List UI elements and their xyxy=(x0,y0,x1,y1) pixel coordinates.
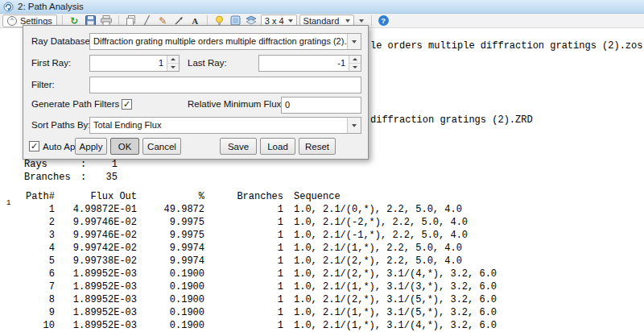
cell-branches: 1 xyxy=(204,293,283,306)
separator xyxy=(371,15,372,26)
generate-path-filters-checkbox[interactable]: ✓ xyxy=(122,99,132,110)
ray-database-dropdown[interactable]: Diffraction grating multiple orders mult… xyxy=(89,33,361,50)
sort-paths-by-value: Total Ending Flux xyxy=(90,118,347,133)
first-ray-label: First Ray: xyxy=(31,55,71,72)
cell-sequence: 1.0, 2.1/(1,*), 3.1/(4,*), 3.2, 6.0 xyxy=(294,319,497,332)
table-header-row: Path# Flux Out % Branches Sequence xyxy=(24,190,497,203)
spin-down-icon[interactable] xyxy=(349,64,361,71)
grid-size-label: 3 x 4 xyxy=(265,16,284,26)
cell-path: 6 xyxy=(24,268,55,280)
window-icon xyxy=(3,2,14,12)
last-ray-spinner[interactable]: -1 xyxy=(258,55,361,72)
table-row: 7 1.89952E-03 0.1900 1 1.0, 2.1/(1,*), 3… xyxy=(24,280,497,293)
cell-flux-out: 4.99872E-01 xyxy=(55,203,137,216)
stat-rays: Rays : 1 xyxy=(24,158,118,171)
settings-panel: Ray Database: Diffraction grating multip… xyxy=(23,25,369,160)
cell-branches: 1 xyxy=(204,319,283,332)
auto-apply-checkbox[interactable]: ✓ xyxy=(29,141,39,151)
table-row: 2 9.99746E-02 9.9975 1 1.0, 2.1/(-2,*), … xyxy=(24,216,497,229)
first-ray-spinner[interactable]: 1 xyxy=(89,55,180,72)
stat-value: 1 xyxy=(92,158,118,171)
cell-percent: 0.1900 xyxy=(137,319,204,332)
cell-flux-out: 1.89952E-03 xyxy=(55,293,137,306)
cell-path: 5 xyxy=(24,255,55,268)
stat-colon: : xyxy=(80,171,92,184)
chevron-down-icon xyxy=(288,19,293,23)
last-ray-value: -1 xyxy=(259,56,349,71)
chevron-down-icon[interactable] xyxy=(347,34,361,49)
relative-min-flux-input[interactable]: 0 xyxy=(281,97,361,114)
cell-sequence: 1.0, 2.1/(1,*), 2.2, 5.0, 4.0 xyxy=(294,242,462,255)
table-row: 10 1.89952E-03 0.1900 1 1.0, 2.1/(1,*), … xyxy=(24,319,497,332)
cell-sequence: 1.0, 2.1/(2,*), 2.2, 5.0, 4.0 xyxy=(294,255,462,268)
help-icon: ? xyxy=(378,15,389,26)
settings-label: Settings xyxy=(20,16,52,26)
cell-flux-out: 1.89952E-03 xyxy=(55,280,137,293)
load-button[interactable]: Load xyxy=(260,138,295,155)
cancel-button[interactable]: Cancel xyxy=(142,138,181,155)
cell-percent: 9.9975 xyxy=(137,216,204,229)
cell-percent: 0.1900 xyxy=(137,280,204,293)
cell-path: 3 xyxy=(24,229,55,242)
filter-input[interactable] xyxy=(89,77,361,93)
table-row: 5 9.99738E-02 9.9974 1 1.0, 2.1/(2,*), 2… xyxy=(24,255,497,268)
table-row: 9 1.89952E-03 0.1900 1 1.0, 2.1/(1,*), 3… xyxy=(24,306,497,319)
window-title: 2: Path Analysis xyxy=(18,2,84,11)
spin-down-icon[interactable] xyxy=(167,64,179,71)
relative-min-flux-label: Relative Minimum Flux: xyxy=(188,97,284,112)
chevron-down-icon[interactable] xyxy=(347,118,361,133)
chevron-down-icon xyxy=(359,19,364,23)
cell-path: 10 xyxy=(24,319,55,332)
first-ray-value: 1 xyxy=(90,56,167,71)
page-marker: 1 xyxy=(6,199,10,207)
cell-flux-out: 1.89952E-03 xyxy=(55,268,137,280)
chevron-down-icon xyxy=(345,19,350,23)
save-button[interactable]: Save xyxy=(220,138,257,155)
cell-flux-out: 9.99742E-02 xyxy=(55,242,137,255)
spin-up-icon[interactable] xyxy=(167,56,179,64)
cell-branches: 1 xyxy=(204,229,283,242)
stat-value: 35 xyxy=(92,171,118,184)
cell-sequence: 1.0, 2.1/(0,*), 2.2, 5.0, 4.0 xyxy=(294,203,462,216)
cell-sequence: 1.0, 2.1/(2,*), 3.1/(5,*), 3.2, 6.0 xyxy=(294,293,497,306)
filter-value xyxy=(90,77,361,93)
spin-up-icon[interactable] xyxy=(349,56,361,64)
cell-percent: 0.1900 xyxy=(137,306,204,319)
spinner-buttons[interactable] xyxy=(167,56,179,71)
generate-path-filters-label: Generate Path Filters xyxy=(31,97,119,112)
line-icon: ╱ xyxy=(144,16,150,26)
last-ray-label: Last Ray: xyxy=(188,55,227,72)
cell-path: 9 xyxy=(24,306,55,319)
table-row: 6 1.89952E-03 0.1900 1 1.0, 2.1/(2,*), 3… xyxy=(24,268,497,280)
cell-sequence: 1.0, 2.1/(-1,*), 2.2, 5.0, 4.0 xyxy=(294,229,468,242)
cell-flux-out: 1.89952E-03 xyxy=(55,319,137,332)
stat-branches: Branches : 35 xyxy=(24,171,118,184)
stat-colon: : xyxy=(80,158,92,171)
help-button[interactable]: ? xyxy=(377,15,390,27)
cell-percent: 9.9974 xyxy=(137,242,204,255)
spinner-buttons[interactable] xyxy=(349,56,361,71)
cell-branches: 1 xyxy=(204,203,283,216)
cell-sequence: 1.0, 2.1/(1,*), 3.1/(5,*), 3.2, 6.0 xyxy=(294,306,497,319)
reset-button[interactable]: Reset xyxy=(299,138,336,155)
ray-database-value: Diffraction grating multiple orders mult… xyxy=(90,34,347,49)
table-row: 3 9.99746E-02 9.9975 1 1.0, 2.1/(-1,*), … xyxy=(24,229,497,242)
pencil-icon: ✎ xyxy=(159,16,167,26)
stat-label: Rays xyxy=(24,158,80,171)
check-icon: ✓ xyxy=(123,100,130,109)
title-bar[interactable]: 2: Path Analysis xyxy=(0,0,644,14)
cell-path: 7 xyxy=(24,280,55,293)
cell-flux-out: 9.99738E-02 xyxy=(55,255,137,268)
column-header-sequence: Sequence xyxy=(294,190,341,203)
column-header-flux-out: Flux Out xyxy=(55,190,137,203)
column-header-branches: Branches xyxy=(204,190,283,203)
cell-percent: 0.1900 xyxy=(137,293,204,306)
apply-button[interactable]: Apply xyxy=(75,138,107,155)
ok-button[interactable]: OK xyxy=(110,138,139,155)
cell-flux-out: 9.99746E-02 xyxy=(55,229,137,242)
table-row: 1 4.99872E-01 49.9872 1 1.0, 2.1/(0,*), … xyxy=(24,203,497,216)
summary-stats: Rays : 1 Branches : 35 xyxy=(24,158,118,184)
sort-paths-by-dropdown[interactable]: Total Ending Flux xyxy=(89,117,361,134)
filter-label: Filter: xyxy=(31,77,55,93)
cell-path: 2 xyxy=(24,216,55,229)
